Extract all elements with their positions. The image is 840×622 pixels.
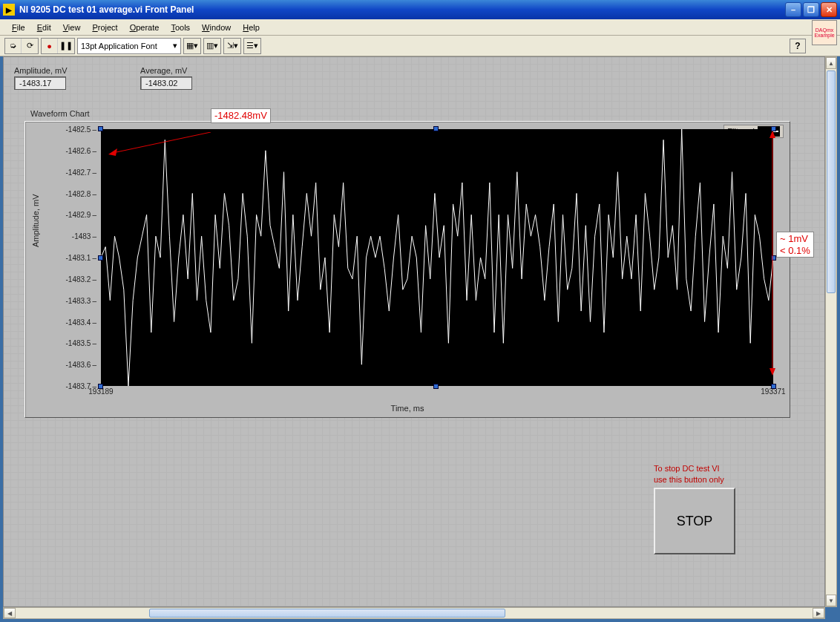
x-ticks: 193189 193371 xyxy=(101,387,773,398)
scroll-right-button[interactable]: ▶ xyxy=(813,608,824,618)
menu-file[interactable]: File xyxy=(6,22,31,33)
run-continuous-button[interactable]: ⟳ xyxy=(22,39,38,53)
amplitude-label: Amplitude, mV xyxy=(14,66,68,75)
y-tick: -1483.5 xyxy=(66,339,96,347)
pause-button[interactable]: ❚❚ xyxy=(58,39,74,53)
y-tick: -1482.8 xyxy=(66,189,96,197)
waveform-chart[interactable]: Filtered Amplitude, mV -1482.5-1482.6-14… xyxy=(24,121,790,418)
selection-handle[interactable] xyxy=(433,384,439,389)
chart-title: Waveform Chart xyxy=(30,109,90,118)
stop-area: To stop DC test VIuse this button only S… xyxy=(654,463,735,554)
resize-button[interactable]: ⇲▾ xyxy=(224,39,240,53)
selection-handle[interactable] xyxy=(771,255,776,261)
average-label: Average, mV xyxy=(140,66,192,75)
average-value[interactable]: -1483.02 xyxy=(140,76,192,90)
minimize-button[interactable]: – xyxy=(785,2,801,17)
menu-operate[interactable]: Operate xyxy=(124,22,165,33)
y-tick: -1482.6 xyxy=(66,146,96,154)
y-tick: -1482.7 xyxy=(66,168,96,176)
menu-project[interactable]: Project xyxy=(86,22,123,33)
y-tick: -1482.9 xyxy=(66,211,96,219)
plot-area[interactable] xyxy=(101,129,773,386)
scroll-down-button[interactable]: ▼ xyxy=(826,595,836,606)
run-button[interactable]: ➭ xyxy=(5,39,22,53)
y-tick: -1483.6 xyxy=(66,361,96,369)
window-title: NI 9205 DC test 01 average.vi Front Pane… xyxy=(19,4,785,15)
title-bar: ▶ NI 9205 DC test 01 average.vi Front Pa… xyxy=(0,0,840,19)
v-scroll-thumb[interactable] xyxy=(827,71,836,293)
scroll-left-button[interactable]: ◀ xyxy=(4,608,16,618)
scroll-up-button[interactable]: ▲ xyxy=(826,57,836,69)
horizontal-scrollbar[interactable]: ◀ ▶ xyxy=(3,607,825,619)
close-button[interactable]: ✕ xyxy=(821,2,837,17)
abort-button[interactable]: ● xyxy=(42,39,58,53)
x-axis-label: Time, ms xyxy=(391,404,424,413)
y-tick: -1482.5 xyxy=(66,125,96,134)
maximize-button[interactable]: ❐ xyxy=(803,2,819,17)
amplitude-value[interactable]: -1483.17 xyxy=(14,76,66,90)
selection-handle[interactable] xyxy=(98,255,103,261)
menu-edit[interactable]: Edit xyxy=(31,22,57,33)
selection-handle[interactable] xyxy=(98,126,103,131)
stop-hint: To stop DC test VIuse this button only xyxy=(654,463,735,485)
menu-bar: File Edit View Project Operate Tools Win… xyxy=(0,19,840,36)
vertical-scrollbar[interactable]: ▲ ▼ xyxy=(825,56,837,607)
reorder-button[interactable]: ☰▾ xyxy=(244,39,260,53)
y-tick: -1483.1 xyxy=(66,254,96,262)
amplitude-indicator: Amplitude, mV -1483.17 xyxy=(14,66,68,90)
menu-tools[interactable]: Tools xyxy=(165,22,196,33)
selection-handle[interactable] xyxy=(433,126,439,131)
y-tick: -1483.2 xyxy=(66,275,96,283)
annotation-peak: -1482.48mV xyxy=(211,108,271,123)
average-indicator: Average, mV -1483.02 xyxy=(140,66,192,90)
front-panel: Amplitude, mV -1483.17 Average, mV -1483… xyxy=(3,56,825,607)
app-icon: ▶ xyxy=(3,4,15,16)
annotation-range: ~ 1mV< 0.1% xyxy=(776,232,814,258)
context-help-button[interactable]: ? xyxy=(790,39,806,53)
align-button[interactable]: ▦▾ xyxy=(184,39,200,53)
distribute-button[interactable]: ▥▾ xyxy=(204,39,220,53)
menu-view[interactable]: View xyxy=(57,22,87,33)
selection-handle[interactable] xyxy=(771,384,776,389)
selection-handle[interactable] xyxy=(98,384,103,389)
daqmx-example-icon: DAQmxExample xyxy=(812,20,837,45)
toolbar: ➭ ⟳ ● ❚❚ 13pt Application Font▾ ▦▾ ▥▾ ⇲▾… xyxy=(0,36,840,56)
font-selector[interactable]: 13pt Application Font▾ xyxy=(77,38,181,54)
y-tick: -1483.3 xyxy=(66,296,96,304)
menu-window[interactable]: Window xyxy=(196,22,237,33)
menu-help[interactable]: Help xyxy=(237,22,266,33)
y-tick: -1483.4 xyxy=(66,318,96,326)
y-ticks: -1482.5-1482.6-1482.7-1482.8-1482.9-1483… xyxy=(25,129,99,386)
h-scroll-thumb[interactable] xyxy=(149,609,505,618)
y-tick: -1483 xyxy=(72,232,96,240)
stop-button[interactable]: STOP xyxy=(654,488,735,554)
selection-handle[interactable] xyxy=(771,126,776,131)
